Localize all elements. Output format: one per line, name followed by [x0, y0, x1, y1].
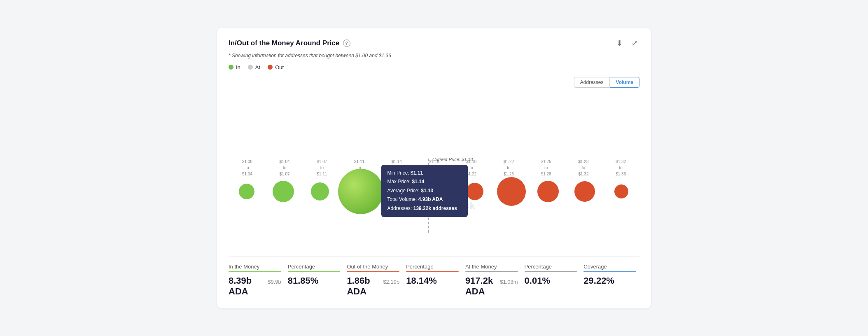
stat-out-pct-main: 18.14% [406, 275, 437, 286]
tooltip-max-price: Max Price: $1.14 [387, 177, 462, 187]
bubble-7 [497, 177, 526, 206]
download-button[interactable]: ⬇ [615, 38, 624, 49]
title-text: In/Out of the Money Around Price [229, 39, 340, 47]
tooltip-min-value: $1.11 [411, 170, 423, 176]
stat-out-the-money: Out of the Money 1.86b ADA $2.19b [343, 264, 403, 297]
tooltip-avg-label: Average Price: [387, 188, 420, 194]
legend-in-label: In [236, 64, 240, 70]
stat-in-underline [229, 271, 281, 272]
stat-in-pct-main: 81.85% [288, 275, 319, 286]
tooltip-avg-price: Average Price: $1.13 [387, 187, 462, 196]
stat-out-underline [347, 271, 399, 272]
bubble-2 [311, 182, 329, 201]
stat-at-pct-value: 0.01% [525, 275, 577, 286]
stat-out-value: 1.86b ADA $2.19b [347, 275, 399, 297]
fullscreen-button[interactable]: ⤢ [630, 38, 639, 49]
header: In/Out of the Money Around Price ? ⬇ ⤢ [229, 38, 639, 49]
volume-toggle[interactable]: Volume [610, 77, 639, 88]
stat-in-secondary: $9.9b [268, 279, 281, 285]
bubble-1 [273, 181, 294, 202]
legend-at-label: At [255, 64, 260, 70]
legend-out: Out [268, 64, 284, 70]
bubble-col-1 [265, 181, 302, 202]
legend-in: In [229, 64, 240, 70]
stat-in-label: In the Money [229, 264, 281, 270]
tooltip-vol-label: Total Volume: [387, 196, 417, 202]
stat-out-pct: Percentage 18.14% [403, 264, 462, 286]
bubble-col-7 [493, 177, 530, 206]
current-price-label: Current Price: $1.18 [432, 157, 473, 162]
tooltip-max-label: Max Price: [387, 179, 411, 184]
tooltip-addr-label: Addresses: [387, 205, 412, 211]
stat-at-the-money: At the Money 917.2k ADA $1.08m [462, 264, 521, 297]
tooltip-total-vol: Total Volume: 4.93b ADA [387, 195, 462, 204]
subtitle: * Showing information for addresses that… [229, 53, 639, 58]
stat-at-label: At the Money [465, 264, 518, 270]
view-toggle: Addresses Volume [229, 77, 639, 88]
chart-area: intotheblock Current Price: $1.18 [229, 159, 639, 253]
legend: In At Out [229, 64, 639, 70]
stat-at-pct-label: Percentage [525, 264, 577, 270]
stat-in-pct-value: 81.85% [288, 275, 341, 286]
bubble-6 [466, 183, 483, 200]
legend-out-dot [268, 65, 273, 70]
stat-out-pct-value: 18.14% [406, 275, 459, 286]
chart-title: In/Out of the Money Around Price ? [229, 39, 350, 47]
bubble-8 [537, 181, 559, 202]
stat-coverage-main: 29.22% [583, 275, 614, 286]
stat-coverage-label: Coverage [583, 264, 636, 270]
stat-in-value: 8.39b ADA $9.9b [229, 275, 281, 297]
stat-at-main: 917.2k ADA [465, 275, 497, 297]
bubble-col-3: Min Price: $1.11 Max Price: $1.14 Averag… [338, 169, 383, 214]
tooltip-arrow [378, 172, 384, 178]
bubbles-row: Min Price: $1.11 Max Price: $1.14 Averag… [229, 159, 639, 229]
bubble-col-9 [566, 181, 603, 202]
tooltip-addr-value: 139.22k addresses [413, 205, 457, 211]
header-actions: ⬇ ⤢ [615, 38, 639, 49]
stat-at-secondary: $1.08m [500, 279, 518, 285]
legend-in-dot [229, 65, 233, 70]
bubble-col-0 [229, 184, 265, 199]
bubble-col-8 [530, 181, 567, 202]
tooltip: Min Price: $1.11 Max Price: $1.14 Averag… [381, 165, 468, 217]
stat-out-pct-underline [406, 271, 459, 272]
stat-at-underline [465, 271, 518, 272]
tooltip-min-label: Min Price: [387, 170, 409, 176]
stats-row: In the Money 8.39b ADA $9.9b Percentage … [229, 264, 639, 297]
chart-bubbles-container: Current Price: $1.18 [229, 159, 639, 233]
tooltip-vol-value: 4.93b ADA [418, 196, 443, 202]
stat-at-pct-underline [525, 271, 577, 272]
stat-out-pct-label: Percentage [406, 264, 459, 270]
main-card: In/Out of the Money Around Price ? ⬇ ⤢ *… [217, 28, 651, 308]
stat-coverage-value: 29.22% [583, 275, 636, 286]
tooltip-avg-value: $1.13 [421, 188, 433, 194]
stat-in-the-money: In the Money 8.39b ADA $9.9b [229, 264, 285, 297]
stat-coverage-underline [583, 271, 636, 272]
bubble-col-10 [603, 184, 639, 198]
stat-at-pct-main: 0.01% [525, 275, 550, 286]
stat-out-label: Out of the Money [347, 264, 399, 270]
stat-out-secondary: $2.19b [383, 279, 399, 285]
tooltip-min-price: Min Price: $1.11 [387, 169, 462, 178]
addresses-toggle[interactable]: Addresses [574, 77, 610, 88]
tooltip-max-value: $1.14 [412, 179, 424, 184]
stat-out-main: 1.86b ADA [347, 275, 380, 297]
bubble-col-2 [302, 182, 338, 201]
bubble-10 [614, 184, 628, 198]
stat-in-main: 8.39b ADA [229, 275, 265, 297]
divider [229, 257, 639, 257]
bubble-0 [239, 184, 254, 199]
legend-at: At [248, 64, 260, 70]
bubble-3[interactable]: Min Price: $1.11 Max Price: $1.14 Averag… [338, 169, 383, 214]
help-icon[interactable]: ? [343, 40, 350, 47]
legend-out-label: Out [275, 64, 284, 70]
bubble-9 [574, 181, 595, 202]
tooltip-addresses: Addresses: 139.22k addresses [387, 204, 462, 213]
stat-at-pct: Percentage 0.01% [521, 264, 581, 286]
stat-in-pct-underline [288, 271, 341, 272]
stat-in-pct: Percentage 81.85% [285, 264, 344, 286]
legend-at-dot [248, 65, 253, 70]
stat-in-pct-label: Percentage [288, 264, 341, 270]
stat-at-value: 917.2k ADA $1.08m [465, 275, 518, 297]
stat-coverage: Coverage 29.22% [580, 264, 639, 286]
